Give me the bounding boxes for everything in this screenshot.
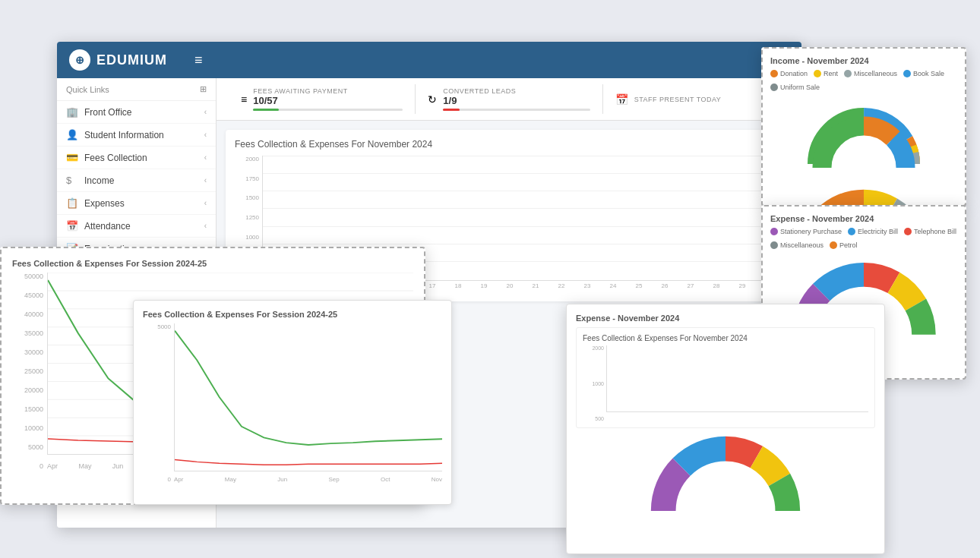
y-label-1500: 1500 [235, 194, 261, 201]
sy-10000: 10000 [12, 424, 46, 432]
session-chart-title: Fees Collection & Expenses For Session 2… [12, 259, 413, 268]
legend-dot-telephone [904, 228, 912, 235]
x-label-20: 20 [498, 282, 522, 289]
session-overlap-title: Fees Collection & Expenses For Session 2… [143, 310, 442, 319]
x-label-18: 18 [446, 282, 470, 289]
ox-sep: Sep [328, 476, 339, 483]
y-label-2000: 2000 [235, 156, 261, 162]
expenses-label: Expenses [84, 198, 125, 209]
legend-label-misc: Miscellaneous [854, 70, 897, 77]
sidebar-item-income[interactable]: $ Income ‹ [57, 169, 216, 192]
legend-label-electricity: Electricity Bill [858, 228, 898, 235]
expense-nov-panel: Expense - November 2024 Fees Collection … [566, 304, 885, 554]
legend-rent: Rent [814, 70, 838, 77]
student-info-label: Student Information [84, 130, 164, 140]
sy-25000: 25000 [12, 367, 46, 375]
sidebar-item-expenses[interactable]: 📋 Expenses ‹ [57, 192, 216, 215]
income-icon: $ [66, 175, 78, 186]
arrow-icon: ‹ [204, 176, 207, 184]
sx-jun: Jun [112, 462, 124, 470]
app-name: EDUMIUM [96, 52, 167, 68]
sy-5000: 5000 [12, 443, 46, 451]
legend-label-rent: Rent [824, 70, 838, 77]
y-label-1250: 1250 [235, 214, 261, 221]
legend-stationery: Stationery Purchase [770, 228, 842, 235]
front-office-icon: 🏢 [66, 106, 78, 118]
arrow-icon: ‹ [204, 131, 207, 139]
fees-icon: 💳 [66, 152, 78, 163]
legend-label-misc-exp: Miscellaneous [780, 241, 824, 249]
session-overlap-chart: 5000 0 Apr May Jun Sep Oct Nov [143, 323, 442, 483]
iy-500: 500 [583, 416, 605, 421]
legend-electricity: Electricity Bill [848, 228, 898, 235]
quick-links-header: Quick Links ⊞ [57, 78, 216, 101]
logo-icon: ⊕ [69, 49, 90, 71]
legend-dot-book [903, 70, 911, 77]
y-label-1000: 1000 [235, 234, 261, 241]
legend-donation: Donation [770, 70, 808, 77]
legend-label-book: Book Sale [913, 70, 944, 77]
expense-nov-donut [650, 434, 801, 525]
legend-dot-rent [814, 70, 821, 77]
legend-misc-exp: Miscellaneous [770, 241, 824, 249]
legend-telephone: Telephone Bill [904, 228, 956, 235]
x-label-22: 22 [549, 282, 574, 289]
legend-dot-electricity [848, 228, 855, 235]
arrow-icon: ‹ [204, 222, 207, 230]
leads-icon: ↻ [428, 93, 437, 106]
legend-label-stationery: Stationery Purchase [780, 228, 842, 235]
inner-bar-area: 2000 1000 500 [583, 345, 868, 421]
sidebar-item-fees-collection[interactable]: 💳 Fees Collection ‹ [57, 147, 216, 169]
oy-0: 0 [143, 476, 173, 483]
leads-progress [443, 109, 590, 111]
x-label-29: 29 [730, 282, 754, 289]
income-label: Income [84, 175, 114, 186]
hamburger-icon[interactable]: ≡ [194, 52, 203, 68]
sidebar-item-attendance[interactable]: 📅 Attendance ‹ [57, 215, 216, 238]
main-chart-title: Fees Collection & Expenses For November … [235, 139, 783, 150]
expenses-icon: 📋 [66, 197, 78, 209]
quick-links-label: Quick Links [66, 85, 109, 94]
fees-awaiting-bar [253, 109, 279, 111]
legend-dot-stationery [770, 228, 778, 235]
stat-converted-leads: ↻ CONVERTED LEADS 1/9 [416, 84, 602, 114]
legend-book: Book Sale [903, 70, 944, 77]
sx-apr: Apr [47, 462, 58, 470]
arrow-icon: ‹ [204, 199, 207, 207]
session-chart-overlap: Fees Collection & Expenses For Session 2… [133, 300, 452, 505]
x-label-28: 28 [704, 282, 729, 289]
staff-info: STAFF PRESENT TODAY [634, 96, 777, 103]
sy-50000: 50000 [12, 273, 46, 280]
expense-legend: Stationery Purchase Electricity Bill Tel… [770, 228, 957, 249]
x-label-24: 24 [601, 282, 625, 289]
legend-dot-donation [770, 70, 778, 77]
sidebar-item-student-info[interactable]: 👤 Student Information ‹ [57, 124, 216, 147]
stats-bar: ≡ FEES AWAITING PAYMENT 10/57 ↻ CONVERTE… [217, 78, 801, 121]
sy-30000: 30000 [12, 348, 46, 356]
staff-icon: 📅 [615, 93, 628, 106]
leads-bar [443, 109, 459, 111]
leads-label: CONVERTED LEADS [443, 87, 590, 95]
legend-dot-misc-exp [770, 241, 778, 249]
staff-label: STAFF PRESENT TODAY [634, 96, 777, 103]
fees-label: Fees Collection [84, 153, 147, 163]
sidebar-item-front-office[interactable]: 🏢 Front Office ‹ [57, 101, 216, 124]
logo-area: ⊕ EDUMIUM [69, 49, 167, 71]
ox-jun: Jun [277, 476, 287, 483]
legend-dot-uniform [770, 84, 778, 91]
ox-oct: Oct [381, 476, 390, 483]
x-label-25: 25 [627, 282, 651, 289]
income-panel-title: Income - November 2024 [770, 56, 957, 65]
income-donut-chart [803, 96, 925, 194]
expense-nov-inner-chart: Fees Collection & Expenses For November … [576, 327, 875, 428]
legend-misc: Miscellaneous [844, 70, 897, 77]
x-label-19: 19 [472, 282, 496, 289]
legend-dot-petrol [830, 241, 837, 249]
legend-label-telephone: Telephone Bill [914, 228, 956, 235]
fees-awaiting-label: FEES AWAITING PAYMENT [253, 87, 403, 95]
ox-may: May [225, 476, 236, 483]
leads-value: 1/9 [443, 95, 590, 106]
fees-awaiting-icon: ≡ [241, 93, 247, 106]
sy-40000: 40000 [12, 311, 46, 318]
expense-donut-title: Expense - November 2024 [770, 214, 957, 223]
